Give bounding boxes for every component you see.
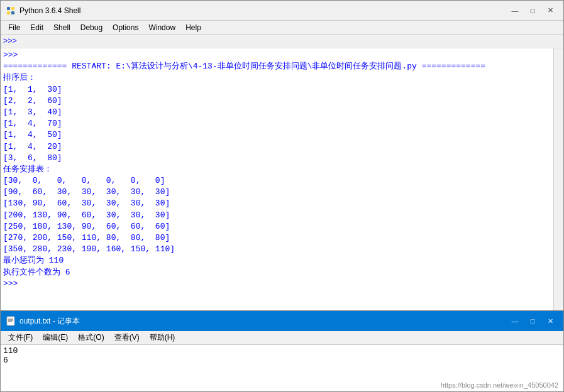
python-toolbar: >>> (1, 35, 563, 48)
python-line-6: [1, 4, 70] (3, 118, 551, 129)
watermark: https://blog.csdn.net/weixin_45050042 (441, 381, 558, 389)
python-icon (6, 6, 16, 16)
python-line-18: 最小惩罚为 110 (3, 255, 551, 266)
python-line-7: [1, 4, 50] (3, 129, 551, 141)
python-line-17: [350, 280, 230, 190, 160, 150, 110] (3, 244, 551, 255)
python-line-16: [270, 200, 150, 110, 80, 80, 80] (3, 232, 551, 244)
notepad-line-1: 6 (3, 356, 561, 365)
python-line-13: [130, 90, 60, 30, 30, 30, 30] (3, 198, 551, 209)
python-line-19: 执行文件个数为 6 (3, 267, 551, 278)
python-close-btn[interactable]: ✕ (542, 4, 558, 18)
python-maximize-btn[interactable]: □ (524, 4, 541, 18)
notepad-minimize-btn[interactable]: — (507, 314, 523, 328)
python-line-0: >>> (3, 50, 551, 61)
notepad-content[interactable]: 1106https://blog.csdn.net/weixin_4505004… (1, 345, 563, 391)
menu-help[interactable]: Help (180, 21, 206, 35)
python-line-8: [1, 4, 20] (3, 141, 551, 153)
python-line-9: [3, 6, 80] (3, 153, 551, 164)
python-line-10: 任务安排表： (3, 164, 551, 175)
notepad-close-btn[interactable]: ✕ (542, 314, 558, 328)
python-title-text: Python 3.6.4 Shell (19, 6, 80, 15)
menu-edit[interactable]: Edit (25, 21, 48, 35)
notepad-titlebar: output.txt - 记事本 — □ ✕ (1, 311, 563, 331)
svg-rect-4 (7, 317, 14, 325)
notepad-line-0: 110 (3, 346, 561, 356)
python-line-15: [250, 180, 130, 90, 60, 60, 60] (3, 221, 551, 232)
menu-debug[interactable]: Debug (75, 21, 108, 35)
svg-rect-0 (7, 7, 10, 10)
notepad-menu-help[interactable]: 帮助(H) (145, 331, 180, 345)
python-shell-window: Python 3.6.4 Shell — □ ✕ File Edit Shell… (0, 0, 564, 314)
svg-rect-3 (11, 11, 14, 14)
python-menubar: File Edit Shell Debug Options Window Hel… (1, 21, 563, 35)
notepad-window: output.txt - 记事本 — □ ✕ 文件(F) 编辑(E) 格式(O)… (0, 310, 564, 392)
python-line-1: ============= RESTART: E:\算法设计与分析\4-13-非… (3, 61, 551, 72)
svg-rect-2 (7, 11, 10, 14)
svg-rect-1 (11, 7, 14, 10)
python-line-5: [1, 3, 40] (3, 107, 551, 118)
notepad-icon (6, 316, 16, 326)
notepad-titlebar-left: output.txt - 记事本 (6, 316, 80, 327)
notepad-menubar: 文件(F) 编辑(E) 格式(O) 查看(V) 帮助(H) (1, 331, 563, 345)
python-line-20: >>> (3, 278, 551, 290)
notepad-menu-format[interactable]: 格式(O) (73, 331, 109, 345)
python-line-12: [90, 60, 30, 30, 30, 30, 30] (3, 187, 551, 198)
menu-window[interactable]: Window (143, 21, 180, 35)
python-titlebar-left: Python 3.6.4 Shell (6, 6, 80, 16)
menu-options[interactable]: Options (108, 21, 143, 35)
python-content[interactable]: >>>============= RESTART: E:\算法设计与分析\4-1… (1, 48, 553, 313)
python-window-controls: — □ ✕ (507, 4, 558, 18)
python-line-4: [2, 2, 60] (3, 95, 551, 107)
python-line-14: [200, 130, 90, 60, 30, 30, 30] (3, 210, 551, 221)
menu-shell[interactable]: Shell (48, 21, 75, 35)
python-titlebar: Python 3.6.4 Shell — □ ✕ (1, 1, 563, 21)
notepad-menu-view[interactable]: 查看(V) (109, 331, 145, 345)
notepad-maximize-btn[interactable]: □ (524, 314, 541, 328)
python-line-2: 排序后： (3, 72, 551, 84)
notepad-window-controls: — □ ✕ (507, 314, 558, 328)
notepad-menu-file[interactable]: 文件(F) (3, 331, 38, 345)
python-scrollbar[interactable] (553, 48, 563, 313)
python-line-3: [1, 1, 30] (3, 84, 551, 95)
toolbar-prompt: >>> (3, 37, 17, 46)
python-minimize-btn[interactable]: — (507, 4, 523, 18)
notepad-menu-edit[interactable]: 编辑(E) (38, 331, 73, 345)
notepad-title-text: output.txt - 记事本 (19, 316, 80, 327)
menu-file[interactable]: File (3, 21, 25, 35)
python-line-11: [30, 0, 0, 0, 0, 0, 0] (3, 175, 551, 187)
